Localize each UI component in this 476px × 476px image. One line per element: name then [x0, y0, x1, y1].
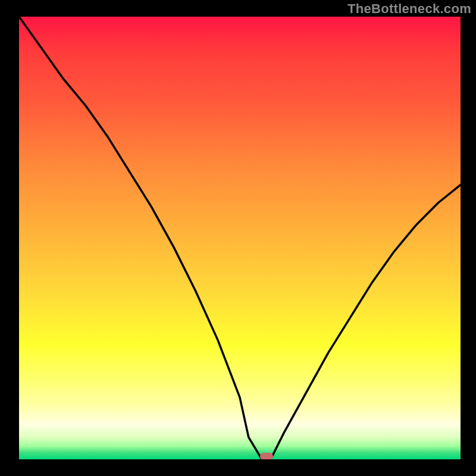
- chart-frame: TheBottleneck.com: [0, 0, 476, 476]
- watermark-text: TheBottleneck.com: [347, 1, 471, 17]
- optimum-marker: [260, 453, 273, 459]
- curve-path: [19, 17, 461, 459]
- bottleneck-curve: [19, 17, 461, 459]
- plot-area: [19, 17, 461, 459]
